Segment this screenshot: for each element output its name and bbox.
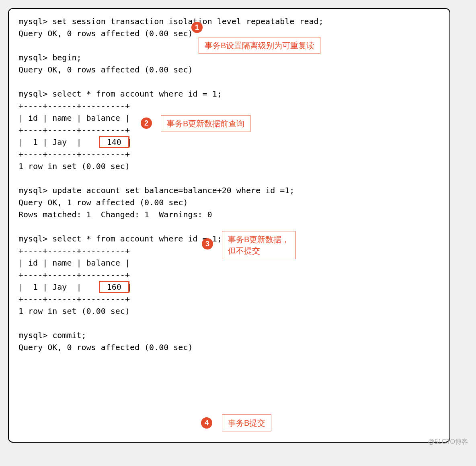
code-line: +----+------+---------+ [18, 100, 440, 112]
annotation-2: 事务B更新数据前查询 [161, 115, 250, 132]
code-line [18, 317, 440, 329]
code-line [18, 172, 440, 184]
code-line: Query OK, 1 row affected (0.00 sec) [18, 196, 440, 208]
step-badge-2: 2 [141, 118, 152, 129]
code-line: | 1 | Jay | 140 | [18, 136, 440, 148]
code-line: 1 row in set (0.00 sec) [18, 160, 440, 172]
annotation-4: 事务B提交 [222, 414, 271, 431]
terminal-window: mysql> set session transaction isolation… [8, 8, 450, 443]
watermark: @51CTO博客 [428, 437, 468, 447]
highlight-value-140: 140 [99, 136, 129, 148]
highlight-value-160: 160 [99, 281, 129, 293]
code-line: mysql> update account set balance=balanc… [18, 184, 440, 196]
code-line: mysql> commit; [18, 329, 440, 341]
code-line: +----+------+---------+ [18, 293, 440, 305]
code-line: Rows matched: 1 Changed: 1 Warnings: 0 [18, 208, 440, 221]
code-line: Query OK, 0 rows affected (0.00 sec) [18, 64, 440, 76]
step-badge-1: 1 [191, 22, 203, 33]
code-line: mysql> set session transaction isolation… [18, 15, 440, 27]
step-badge-4: 4 [201, 417, 212, 429]
annotation-3: 事务B更新数据， 但不提交 [222, 231, 295, 259]
annotation-1: 事务B设置隔离级别为可重复读 [199, 37, 320, 54]
code-line: 1 row in set (0.00 sec) [18, 305, 440, 317]
step-badge-3: 3 [202, 238, 213, 249]
code-line: | 1 | Jay | 160 | [18, 281, 440, 293]
code-line [18, 76, 440, 88]
code-line: +----+------+---------+ [18, 148, 440, 160]
code-line: +----+------+---------+ [18, 269, 440, 281]
code-line: Query OK, 0 rows affected (0.00 sec) [18, 341, 440, 353]
code-line: mysql> select * from account where id = … [18, 88, 440, 100]
